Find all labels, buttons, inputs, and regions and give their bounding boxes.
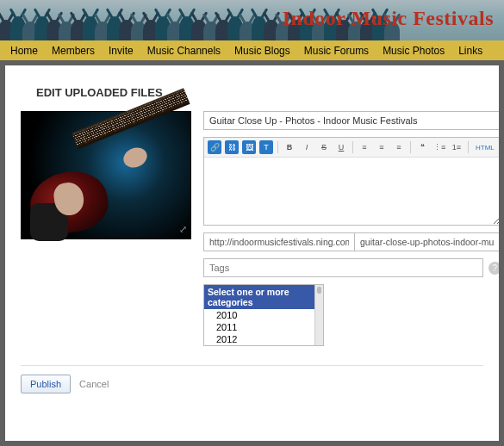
italic-button[interactable]: I xyxy=(300,140,314,154)
categories-header: Select one or more categories xyxy=(204,285,323,309)
url-base-input[interactable] xyxy=(203,232,354,251)
align-right-button[interactable]: ≡ xyxy=(392,140,406,154)
form-actions: Publish Cancel xyxy=(21,375,483,393)
html-button[interactable]: HTML xyxy=(473,140,497,154)
main-nav: Home Members Invite Music Channels Music… xyxy=(0,40,504,60)
scrollbar[interactable] xyxy=(314,285,323,345)
nav-music-forums[interactable]: Music Forums xyxy=(297,45,376,57)
nav-invite[interactable]: Invite xyxy=(102,45,140,57)
align-left-button[interactable]: ≡ xyxy=(358,140,371,154)
nav-members[interactable]: Members xyxy=(45,45,102,57)
rich-text-editor: 🔗 ⛓ 🖼 T B I S U ≡ ≡ ≡ ❝ xyxy=(203,137,499,226)
nav-music-blogs[interactable]: Music Blogs xyxy=(227,45,297,57)
bold-button[interactable]: B xyxy=(283,140,296,154)
publish-button[interactable]: Publish xyxy=(21,375,71,393)
title-input[interactable] xyxy=(203,111,499,130)
strike-button[interactable]: S xyxy=(317,140,331,154)
link-button[interactable]: 🔗 xyxy=(208,140,221,154)
embed-button[interactable]: T xyxy=(259,140,273,154)
editor-toolbar: 🔗 ⛓ 🖼 T B I S U ≡ ≡ ≡ ❝ xyxy=(204,138,499,158)
url-row xyxy=(203,232,499,251)
categories-select[interactable]: Select one or more categories 2010 2011 … xyxy=(203,284,324,346)
nav-music-photos[interactable]: Music Photos xyxy=(376,45,451,57)
bulleted-list-button[interactable]: ⋮≡ xyxy=(432,140,446,154)
expand-icon[interactable]: ⤢ xyxy=(179,224,187,235)
quote-button[interactable]: ❝ xyxy=(415,140,429,154)
unlink-button[interactable]: ⛓ xyxy=(225,140,239,154)
nav-music-channels[interactable]: Music Channels xyxy=(140,45,227,57)
page: EDIT UPLOADED FILES ⤢ 🔗 ⛓ 🖼 T xyxy=(5,65,499,441)
photo-thumbnail[interactable]: ⤢ xyxy=(21,111,191,239)
site-title: Indoor Music Festivals xyxy=(283,7,494,30)
tags-input[interactable] xyxy=(203,258,483,277)
site-banner: Indoor Music Festivals xyxy=(0,0,504,40)
nav-home[interactable]: Home xyxy=(3,45,45,57)
category-option[interactable]: 2012 xyxy=(204,333,323,345)
cancel-link[interactable]: Cancel xyxy=(79,379,109,389)
align-center-button[interactable]: ≡ xyxy=(375,140,389,154)
underline-button[interactable]: U xyxy=(334,140,348,154)
url-slug-input[interactable] xyxy=(354,232,499,251)
content-frame: EDIT UPLOADED FILES ⤢ 🔗 ⛓ 🖼 T xyxy=(0,60,504,446)
category-option[interactable]: 2010 xyxy=(204,309,323,321)
page-title: EDIT UPLOADED FILES xyxy=(36,86,483,99)
edit-form: 🔗 ⛓ 🖼 T B I S U ≡ ≡ ≡ ❝ xyxy=(203,111,499,346)
nav-links[interactable]: Links xyxy=(451,45,489,57)
editor-textarea[interactable] xyxy=(204,158,499,225)
help-icon[interactable]: ? xyxy=(488,262,499,275)
category-option[interactable]: 2011 xyxy=(204,321,323,333)
divider xyxy=(21,365,483,366)
tags-row: ? xyxy=(203,258,499,277)
numbered-list-button[interactable]: 1≡ xyxy=(450,140,464,154)
image-button[interactable]: 🖼 xyxy=(242,140,256,154)
